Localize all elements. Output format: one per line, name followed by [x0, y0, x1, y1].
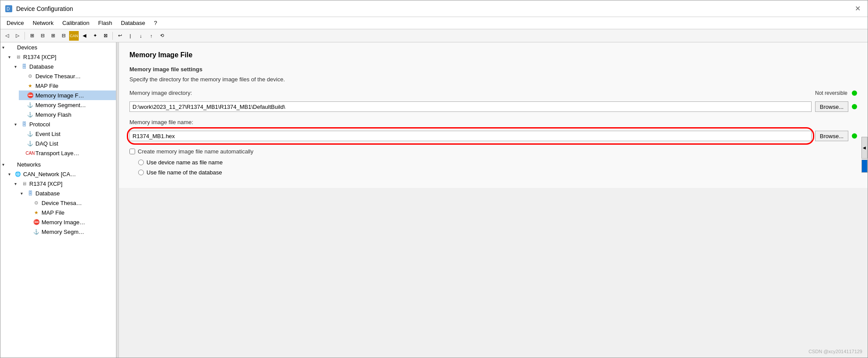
sidebar: ▾ Devices ▾ 🖥 R1374 [XCP] ▾ 🗄 Database ⚙… [0, 42, 116, 358]
sidebar-item-devices[interactable]: ▾ Devices [0, 42, 116, 52]
radio-db-row: Use file name of the database [138, 169, 857, 176]
toggle-devices: ▾ [2, 45, 8, 50]
sidebar-item-memory-segment-1[interactable]: ⚓ Memory Segment… [19, 100, 116, 110]
toolbar-btn-15[interactable]: ⟲ [157, 31, 167, 41]
db-1-label: Database [29, 63, 54, 70]
filename-label: Memory image file name: [129, 119, 208, 125]
toggle-db-2: ▾ [21, 191, 27, 196]
sidebar-item-map-file-2[interactable]: ★ MAP File [25, 208, 116, 217]
directory-browse-button[interactable]: Browse... [815, 101, 848, 112]
directory-status-dot [852, 104, 857, 109]
r1374-1-icon: 🖥 [14, 53, 21, 60]
menu-network[interactable]: Network [28, 18, 58, 28]
devices-label: Devices [17, 44, 37, 51]
watermark: CSDN @xcy2014117129 [809, 349, 862, 354]
toolbar-btn-3[interactable]: ⊞ [27, 31, 37, 41]
daq-1-label: DAQ List [35, 140, 58, 147]
memseg-1-icon: ⚓ [27, 101, 34, 108]
sidebar-item-memory-flash-1[interactable]: ⚓ Memory Flash [19, 110, 116, 119]
toolbar-btn-4[interactable]: ⊟ [38, 31, 47, 41]
window-title: Device Configuration [16, 5, 73, 12]
toggle-r1374-1: ▾ [8, 55, 14, 59]
toolbar-btn-12[interactable]: | [125, 31, 135, 41]
menu-bar: Device Network Calibration Flash Databas… [0, 17, 868, 29]
sidebar-item-event-list-1[interactable]: ⚓ Event List [19, 129, 116, 139]
toggle-db-1: ▾ [14, 64, 21, 69]
memimg-1-icon: ⛔ [27, 92, 34, 99]
menu-device[interactable]: Device [2, 18, 28, 28]
sidebar-item-memory-image-2[interactable]: ⛔ Memory Image… [25, 217, 116, 227]
sidebar-item-memory-segment-2[interactable]: ⚓ Memory Segm… [25, 227, 116, 236]
toolbar-btn-2[interactable]: ▷ [13, 31, 22, 41]
directory-input-row: Browse... [129, 101, 857, 112]
sidebar-item-r1374-2[interactable]: ▾ 🖥 R1374 [XCP] [13, 179, 116, 188]
close-button[interactable]: ✕ [852, 3, 863, 14]
thesaurus-1-icon: ⚙ [27, 73, 34, 80]
radio-device-name[interactable] [138, 160, 144, 165]
toggle-protocol-1: ▾ [14, 122, 21, 127]
toolbar-btn-6[interactable]: ⊟ [59, 31, 68, 41]
filename-status-dot [852, 133, 857, 139]
content-title: Memory Image File [129, 51, 857, 59]
right-panel-btn-1[interactable]: ◀ [861, 137, 868, 159]
auto-checkbox-label[interactable]: Create memory image file name automatica… [138, 148, 253, 155]
protocol-1-icon: 🗄 [21, 121, 28, 128]
toolbar-btn-1[interactable]: ◁ [2, 31, 12, 41]
sidebar-item-r1374-1[interactable]: ▾ 🖥 R1374 [XCP] [7, 52, 116, 62]
sidebar-item-device-thesaurus-1[interactable]: ⚙ Device Thesaur… [19, 71, 116, 81]
toolbar-btn-10[interactable]: ⊠ [101, 31, 110, 41]
menu-calibration[interactable]: Calibration [58, 18, 94, 28]
sidebar-item-transport-1[interactable]: CAN Transport Laye… [19, 148, 116, 158]
auto-checkbox-row: Create memory image file name automatica… [129, 148, 857, 155]
right-panel-btn-2[interactable] [861, 160, 868, 173]
window-icon: D [5, 5, 13, 13]
content-area: Memory Image File Memory image file sett… [119, 42, 868, 188]
section-description: Specify the directory for the memory ima… [129, 76, 857, 83]
toolbar-btn-14[interactable]: ↑ [146, 31, 156, 41]
thesaurus-2-icon: ⚙ [33, 199, 40, 206]
can-icon: 🌐 [14, 170, 21, 177]
sidebar-item-daq-list-1[interactable]: ⚓ DAQ List [19, 139, 116, 148]
right-side-panel: ◀ [861, 137, 868, 173]
menu-help[interactable]: ? [150, 18, 161, 28]
sidebar-item-database-2[interactable]: ▾ 🗄 Database [19, 188, 116, 198]
main-area: ▾ Devices ▾ 🖥 R1374 [XCP] ▾ 🗄 Database ⚙… [0, 42, 868, 358]
radio-db-name[interactable] [138, 170, 144, 175]
db-2-label: Database [35, 190, 60, 197]
main-window: D Device Configuration ✕ Device Network … [0, 0, 868, 358]
section-title: Memory image file settings [129, 66, 857, 73]
filename-input[interactable] [129, 131, 812, 141]
sidebar-item-protocol-1[interactable]: ▾ 🗄 Protocol [13, 119, 116, 129]
title-bar: D Device Configuration ✕ [0, 0, 868, 17]
sidebar-item-networks[interactable]: ▾ Networks [0, 160, 116, 169]
memflash-1-label: Memory Flash [35, 111, 71, 118]
filename-input-wrapper [129, 131, 812, 141]
sidebar-item-memory-image-1[interactable]: ⛔ Memory Image F… [19, 90, 116, 100]
not-reversible-status-dot [852, 90, 857, 96]
menu-flash[interactable]: Flash [94, 18, 117, 28]
radio-device-label[interactable]: Use device name as file name [146, 159, 223, 166]
auto-checkbox[interactable] [129, 149, 135, 154]
thesaurus-2-label: Device Thesa… [42, 200, 82, 206]
map-1-icon: ★ [27, 82, 34, 89]
transport-1-label: Transport Laye… [35, 150, 79, 156]
toolbar-btn-9[interactable]: ✦ [90, 31, 100, 41]
not-reversible-label: Not reversible [815, 90, 847, 96]
toolbar-btn-8[interactable]: ◀ [80, 31, 89, 41]
filename-input-row: Browse... [129, 131, 857, 141]
menu-database[interactable]: Database [116, 18, 150, 28]
directory-label: Memory image directory: [129, 90, 208, 96]
sidebar-item-database-1[interactable]: ▾ 🗄 Database [13, 62, 116, 71]
sidebar-item-device-thesaurus-2[interactable]: ⚙ Device Thesa… [25, 198, 116, 208]
map-2-label: MAP File [42, 209, 65, 216]
toolbar-btn-5[interactable]: ⊞ [48, 31, 58, 41]
toolbar-btn-7[interactable]: CAN [69, 31, 79, 41]
filename-browse-button[interactable]: Browse... [815, 131, 848, 141]
sidebar-item-can-network[interactable]: ▾ 🌐 CAN_Network [CA… [7, 169, 116, 179]
directory-input[interactable] [129, 101, 812, 112]
radio-db-label[interactable]: Use file name of the database [146, 169, 222, 176]
r1374-2-icon: 🖥 [21, 180, 28, 187]
toolbar-btn-13[interactable]: ↓ [136, 31, 146, 41]
toolbar-btn-11[interactable]: ↩ [115, 31, 125, 41]
sidebar-item-map-file-1[interactable]: ★ MAP File [19, 81, 116, 90]
